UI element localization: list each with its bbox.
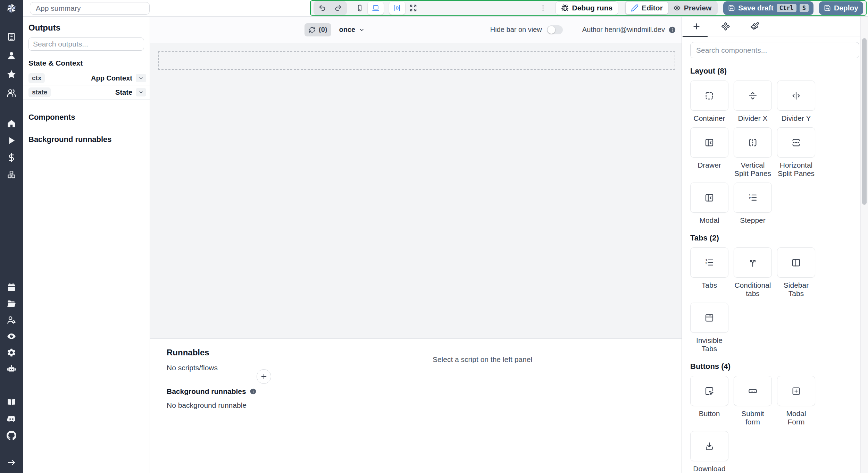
tab-insert-component[interactable] bbox=[682, 17, 711, 36]
sidebar-item-folder[interactable] bbox=[7, 299, 16, 309]
eye-icon bbox=[673, 4, 681, 12]
save-draft-button[interactable]: Save draft Ctrl S bbox=[723, 1, 813, 15]
ctx-value: App Context bbox=[91, 74, 132, 82]
sidebar-item-user[interactable] bbox=[7, 51, 16, 60]
search-outputs-input[interactable] bbox=[28, 37, 144, 51]
component-card-button[interactable]: Button bbox=[690, 376, 728, 426]
hide-bar-toggle[interactable] bbox=[547, 25, 563, 34]
windmill-logo[interactable] bbox=[0, 0, 23, 17]
sidebar-item-home[interactable] bbox=[7, 119, 16, 128]
editor-tab[interactable]: Editor bbox=[626, 2, 668, 14]
component-card-container[interactable]: Container bbox=[690, 81, 728, 123]
panel-scrollbar[interactable] bbox=[860, 17, 868, 473]
components-section-title: Components bbox=[28, 113, 144, 122]
horizontal-split-icon bbox=[791, 137, 801, 148]
refresh-count-button[interactable]: (0) bbox=[304, 23, 331, 36]
sidebar-item-discord[interactable] bbox=[7, 414, 16, 424]
vertical-split-icon bbox=[748, 137, 758, 148]
component-card-divider-y[interactable]: Divider Y bbox=[777, 81, 815, 123]
component-card-vertical-split-panes[interactable]: Vertical Split Panes bbox=[734, 127, 772, 178]
outputs-title: Outputs bbox=[28, 23, 144, 33]
desktop-view-button[interactable] bbox=[368, 2, 384, 15]
refresh-icon bbox=[309, 26, 316, 33]
ctx-expand-button[interactable] bbox=[136, 74, 146, 82]
mobile-view-button[interactable] bbox=[352, 2, 368, 15]
app-summary-input[interactable] bbox=[30, 2, 150, 15]
sidebar-item-bot[interactable] bbox=[7, 364, 16, 374]
undo-button[interactable] bbox=[314, 2, 330, 15]
fullscreen-button[interactable] bbox=[405, 2, 421, 15]
list-ordered-icon: 12 bbox=[704, 257, 715, 268]
component-card-sidebar-tabs[interactable]: Sidebar Tabs bbox=[777, 247, 815, 298]
users-icon bbox=[7, 88, 16, 98]
component-card-download-button[interactable]: Download Button bbox=[690, 431, 728, 473]
drawer-icon bbox=[704, 137, 715, 148]
preview-tab[interactable]: Preview bbox=[668, 2, 717, 14]
tab-theme[interactable] bbox=[740, 17, 769, 36]
tab-component-settings[interactable] bbox=[711, 17, 740, 36]
background-runnables-title: Background runnables bbox=[167, 387, 246, 396]
run-mode-value: once bbox=[339, 26, 355, 34]
component-card-divider-x[interactable]: Divider X bbox=[734, 81, 772, 123]
sidebar-item-dollar[interactable] bbox=[7, 153, 16, 162]
component-label: Submit form bbox=[734, 409, 772, 426]
sidebar-item-building[interactable] bbox=[7, 32, 16, 42]
ctx-row[interactable]: ctx App Context bbox=[23, 71, 150, 85]
sidebar-item-book[interactable] bbox=[7, 397, 16, 407]
component-card-drawer[interactable]: Drawer bbox=[690, 127, 728, 178]
sidebar-item-eye-nav[interactable] bbox=[7, 331, 16, 341]
modal-form-icon bbox=[791, 386, 801, 396]
empty-drop-zone[interactable] bbox=[158, 51, 675, 70]
save-draft-label: Save draft bbox=[738, 4, 774, 12]
divider-x-icon bbox=[748, 91, 758, 101]
info-icon bbox=[250, 388, 257, 395]
debug-runs-button[interactable]: Debug runs bbox=[555, 1, 619, 15]
app-canvas[interactable] bbox=[150, 43, 682, 338]
canvas-column: (0) once Hide bar on view Author henri@w… bbox=[150, 17, 682, 473]
search-components-input[interactable] bbox=[690, 42, 859, 58]
component-card-conditional-tabs[interactable]: Conditional tabs bbox=[734, 247, 772, 298]
scrollbar-thumb[interactable] bbox=[862, 38, 867, 205]
bug-icon bbox=[561, 4, 569, 12]
book-icon bbox=[7, 397, 16, 407]
no-background-runnable-label: No background runnable bbox=[167, 401, 270, 409]
svg-text:2: 2 bbox=[706, 261, 707, 264]
deploy-button[interactable]: Deploy bbox=[819, 1, 863, 15]
undo-icon bbox=[318, 4, 326, 12]
sidebar-item-arrow-right[interactable] bbox=[7, 458, 16, 467]
debug-runs-label: Debug runs bbox=[572, 4, 613, 12]
component-card-horizontal-split-panes[interactable]: Horizontal Split Panes bbox=[777, 127, 815, 178]
panel-tabs bbox=[682, 17, 868, 36]
component-card-modal-form[interactable]: Modal Form bbox=[777, 376, 815, 426]
component-card-modal[interactable]: Modal bbox=[690, 183, 728, 225]
state-expand-button[interactable] bbox=[136, 88, 146, 96]
sidebar-item-star[interactable] bbox=[7, 69, 16, 79]
center-align-button[interactable] bbox=[389, 2, 405, 15]
sidebar-item-boxes[interactable] bbox=[7, 170, 16, 179]
sidebar-item-github[interactable] bbox=[7, 431, 16, 440]
layout-toggle-group bbox=[389, 1, 422, 15]
component-card-stepper[interactable]: 12Stepper bbox=[734, 183, 772, 225]
brush-icon bbox=[750, 22, 759, 31]
sidebar-item-users[interactable] bbox=[7, 88, 16, 98]
component-label: Drawer bbox=[698, 161, 721, 169]
sidebar-item-user-cog[interactable] bbox=[7, 315, 16, 325]
sidebar-item-play[interactable] bbox=[7, 136, 16, 145]
run-mode-dropdown[interactable]: once bbox=[339, 26, 365, 34]
component-card-submit-form[interactable]: Submit form bbox=[734, 376, 772, 426]
sidebar-item-gear[interactable] bbox=[7, 348, 16, 357]
state-row[interactable]: state State bbox=[23, 85, 150, 100]
more-menu-button[interactable] bbox=[535, 2, 551, 15]
component-label: Button bbox=[699, 409, 720, 418]
add-background-runnable-button[interactable] bbox=[257, 369, 271, 384]
component-label: Horizontal Split Panes bbox=[777, 161, 815, 178]
top-bar: Debug runs Editor Preview Save draft Ct bbox=[23, 0, 868, 17]
redo-button[interactable] bbox=[330, 2, 346, 15]
component-card-invisible-tabs[interactable]: Invisible Tabs bbox=[690, 303, 728, 353]
windmill-logo-icon bbox=[6, 2, 17, 14]
component-card-tabs[interactable]: 12Tabs bbox=[690, 247, 728, 298]
sidebar-item-calendar[interactable] bbox=[7, 282, 16, 292]
sidebar-tabs-icon bbox=[791, 257, 801, 268]
info-icon[interactable] bbox=[668, 26, 676, 34]
content-row: Outputs State & Context ctx App Context … bbox=[23, 17, 868, 473]
